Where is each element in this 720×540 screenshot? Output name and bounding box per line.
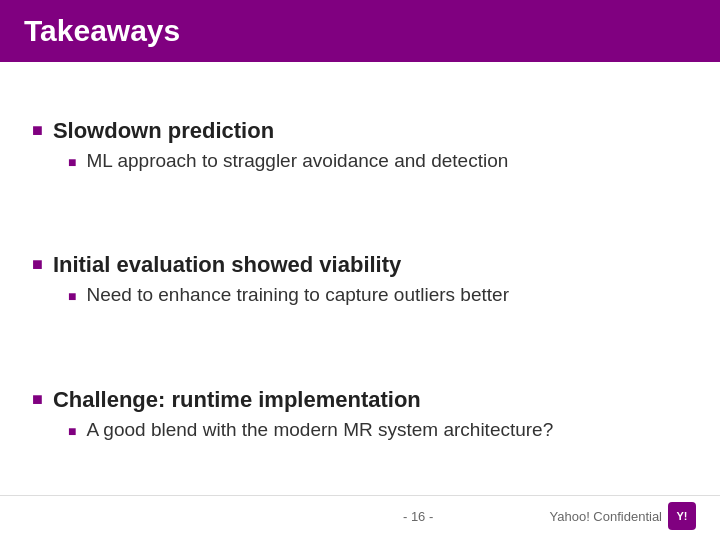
bullet-group-3: ■ Challenge: runtime implementation ■ A … — [32, 387, 688, 441]
bullet-main-text-2: Initial evaluation showed viability — [53, 252, 401, 278]
bullet-main-1: ■ Slowdown prediction — [32, 118, 688, 144]
bullet-sub-icon-1: ■ — [68, 154, 76, 170]
bullet-main-text-1: Slowdown prediction — [53, 118, 274, 144]
bullet-group-2: ■ Initial evaluation showed viability ■ … — [32, 252, 688, 306]
bullet-sub-text-2: Need to enhance training to capture outl… — [86, 284, 509, 306]
bullet-main-text-3: Challenge: runtime implementation — [53, 387, 421, 413]
bullet-main-icon-2: ■ — [32, 254, 43, 275]
bullet-main-2: ■ Initial evaluation showed viability — [32, 252, 688, 278]
bullet-sub-text-3: A good blend with the modern MR system a… — [86, 419, 553, 441]
footer-brand: Yahoo! Confidential Y! — [550, 502, 697, 530]
bullet-main-icon-1: ■ — [32, 120, 43, 141]
bullet-sub-text-1: ML approach to straggler avoidance and d… — [86, 150, 508, 172]
slide-title: Takeaways — [24, 14, 180, 48]
bullet-main-3: ■ Challenge: runtime implementation — [32, 387, 688, 413]
yahoo-logo-icon: Y! — [668, 502, 696, 530]
bullet-sub-1: ■ ML approach to straggler avoidance and… — [68, 150, 688, 172]
slide-footer: - 16 - Yahoo! Confidential Y! — [0, 495, 720, 540]
bullet-sub-icon-2: ■ — [68, 288, 76, 304]
footer-page-number: - 16 - — [287, 509, 550, 524]
slide-content: ■ Slowdown prediction ■ ML approach to s… — [0, 62, 720, 495]
bullet-sub-icon-3: ■ — [68, 423, 76, 439]
bullet-sub-3: ■ A good blend with the modern MR system… — [68, 419, 688, 441]
footer-brand-text: Yahoo! Confidential — [550, 509, 663, 524]
slide: Takeaways ■ Slowdown prediction ■ ML app… — [0, 0, 720, 540]
slide-header: Takeaways — [0, 0, 720, 62]
bullet-main-icon-3: ■ — [32, 389, 43, 410]
bullet-group-1: ■ Slowdown prediction ■ ML approach to s… — [32, 118, 688, 172]
bullet-sub-2: ■ Need to enhance training to capture ou… — [68, 284, 688, 306]
